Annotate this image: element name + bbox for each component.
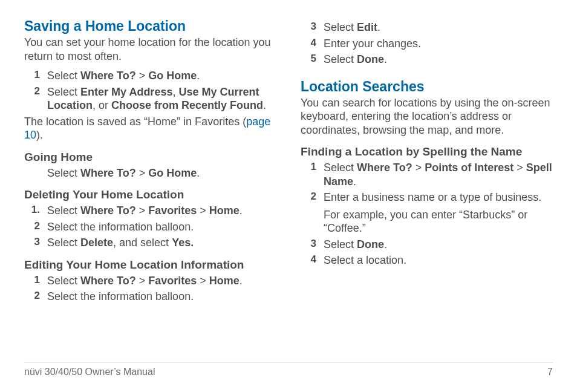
bold: Where To? xyxy=(357,162,412,174)
subhead-going-home: Going Home xyxy=(24,151,276,164)
step: 2 Select Enter My Address, Use My Curren… xyxy=(24,85,276,113)
bold: Favorites xyxy=(148,275,197,287)
t: > xyxy=(136,275,149,287)
step-text: Select Delete, and select Yes. xyxy=(47,236,276,250)
t: Select xyxy=(47,237,80,249)
bold: Delete xyxy=(80,237,113,249)
t: , xyxy=(172,86,178,98)
step: 2 Enter a business name or a type of bus… xyxy=(301,191,553,235)
t: . xyxy=(377,21,380,33)
t: Select xyxy=(324,53,357,65)
t: . xyxy=(197,167,200,179)
t: > xyxy=(513,162,526,174)
subhead-deleting: Deleting Your Home Location xyxy=(24,188,276,201)
bold: Home xyxy=(209,275,240,287)
t: , or xyxy=(93,99,111,111)
two-column-layout: Saving a Home Location You can set your … xyxy=(24,18,553,306)
bold: Go Home xyxy=(148,70,197,82)
t: > xyxy=(197,275,209,287)
step-number: 5 xyxy=(301,53,324,67)
step-text: Select the information balloon. xyxy=(47,290,276,304)
left-column: Saving a Home Location You can set your … xyxy=(24,18,276,306)
step: 3 Select Delete, and select Yes. xyxy=(24,236,276,250)
t: Select xyxy=(47,275,80,287)
step-text: Select Done. xyxy=(324,53,553,67)
step-text: Enter your changes. xyxy=(324,37,553,51)
step-text: Enter a business name or a type of busin… xyxy=(324,191,553,235)
t: > xyxy=(136,70,149,82)
bold: Where To? xyxy=(80,204,136,217)
step-text: Select Where To? > Go Home. xyxy=(47,69,276,83)
t: Select xyxy=(47,70,80,82)
step-number: 3 xyxy=(301,21,324,34)
step: 5 Select Done. xyxy=(301,53,553,67)
step-text: Select Where To? > Favorites > Home. xyxy=(47,204,276,218)
bold: Enter My Address xyxy=(80,86,172,98)
bold: Points of Interest xyxy=(425,162,513,174)
t: Select xyxy=(47,86,80,98)
t: The location is saved as “Home” in Favor… xyxy=(24,116,246,128)
t: > xyxy=(412,162,425,174)
step-text: Select the information balloon. xyxy=(47,220,276,234)
step: 1. Select Where To? > Favorites > Home. xyxy=(24,204,276,218)
footer-manual-title: nüvi 30/40/50 Owner’s Manual xyxy=(24,367,155,377)
footer-page-number: 7 xyxy=(547,367,553,377)
manual-page: Saving a Home Location You can set your … xyxy=(0,0,577,392)
t: . xyxy=(384,238,387,250)
bold: Done xyxy=(357,53,384,65)
subhead-editing: Editing Your Home Location Information xyxy=(24,258,276,272)
step-number: 1. xyxy=(24,204,47,218)
t: > xyxy=(197,204,209,217)
t: Select xyxy=(324,21,357,33)
saved-note: The location is saved as “Home” in Favor… xyxy=(24,115,276,142)
step: 2 Select the information balloon. xyxy=(24,290,276,304)
bold: Choose from Recently Found xyxy=(111,99,263,111)
step-number: 3 xyxy=(301,238,324,252)
step-number: 1 xyxy=(24,274,47,288)
intro-saving-home: You can set your home location for the l… xyxy=(24,36,276,63)
bold: Yes. xyxy=(172,237,194,249)
subhead-finding: Finding a Location by Spelling the Name xyxy=(301,145,553,158)
step: 2 Select the information balloon. xyxy=(24,220,276,234)
step-text: Select Edit. xyxy=(324,21,553,34)
page-footer: nüvi 30/40/50 Owner’s Manual 7 xyxy=(24,362,553,377)
step-number: 4 xyxy=(301,253,324,267)
step-number: 2 xyxy=(24,85,47,113)
bold: Favorites xyxy=(148,204,197,217)
bold: Where To? xyxy=(80,70,136,82)
bold: Go Home xyxy=(148,167,197,179)
step-number: 2 xyxy=(24,220,47,234)
step-number: 2 xyxy=(24,290,47,304)
step: 3 Select Done. xyxy=(301,238,553,252)
t: . xyxy=(240,204,243,217)
step-text: Select Where To? > Points of Interest > … xyxy=(324,161,553,188)
t: . xyxy=(384,53,387,65)
step: 1 Select Where To? > Favorites > Home. xyxy=(24,274,276,288)
t: . xyxy=(263,99,266,111)
right-column: 3 Select Edit. 4 Enter your changes. 5 S… xyxy=(301,18,553,306)
step-text: Select Done. xyxy=(324,238,553,252)
t: Select xyxy=(47,167,80,179)
t: Select xyxy=(47,204,80,217)
t: ). xyxy=(36,129,43,141)
t: > xyxy=(136,204,149,217)
step-text: Select Enter My Address, Use My Current … xyxy=(47,85,276,113)
intro-location-searches: You can search for locations by using th… xyxy=(301,96,553,137)
bold: Done xyxy=(357,238,384,250)
t: , and select xyxy=(113,237,172,249)
step-number: 1 xyxy=(24,69,47,83)
step: 4 Enter your changes. xyxy=(301,37,553,51)
step: 1 Select Where To? > Points of Interest … xyxy=(301,161,553,188)
step: 1 Select Where To? > Go Home. xyxy=(24,69,276,83)
going-home-line: Select Where To? > Go Home. xyxy=(24,166,276,180)
t: Enter a business name or a type of busin… xyxy=(324,191,541,203)
t: . xyxy=(240,275,243,287)
t: . xyxy=(353,175,356,188)
step: 3 Select Edit. xyxy=(301,21,553,34)
step-number: 4 xyxy=(301,37,324,51)
bold: Edit xyxy=(357,21,377,33)
step-number: 3 xyxy=(24,236,47,250)
step-text: Select Where To? > Favorites > Home. xyxy=(47,274,276,288)
heading-location-searches: Location Searches xyxy=(301,79,553,95)
bold: Where To? xyxy=(80,167,136,179)
